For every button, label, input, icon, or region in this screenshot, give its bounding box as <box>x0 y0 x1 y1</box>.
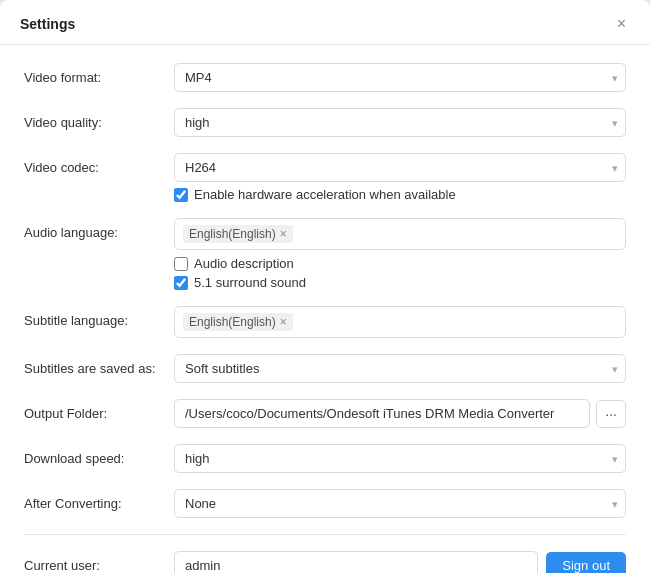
audio-description-label: Audio description <box>194 256 294 271</box>
download-speed-row: Download speed: high medium low ▾ <box>24 436 626 481</box>
output-folder-input[interactable] <box>174 399 590 428</box>
section-divider <box>24 534 626 535</box>
subtitle-language-tag: English(English) × <box>183 313 293 331</box>
hw-acceleration-checkbox[interactable] <box>174 188 188 202</box>
settings-dialog: Settings × Video format: MP4 MKV AVI MOV… <box>0 0 650 573</box>
audio-description-row: Audio description <box>174 256 626 271</box>
video-format-row: Video format: MP4 MKV AVI MOV ▾ <box>24 55 626 100</box>
hw-acceleration-row: Enable hardware acceleration when availa… <box>174 187 626 202</box>
video-quality-select-wrapper: high medium low ▾ <box>174 108 626 137</box>
dialog-title: Settings <box>20 16 75 32</box>
surround-sound-checkbox[interactable] <box>174 276 188 290</box>
sign-out-button[interactable]: Sign out <box>546 552 626 573</box>
after-converting-select[interactable]: None Open folder Shutdown <box>174 489 626 518</box>
subtitle-language-tag-remove[interactable]: × <box>280 316 287 328</box>
subtitles-saved-as-select-wrapper: Soft subtitles Hard subtitles External f… <box>174 354 626 383</box>
dialog-header: Settings × <box>0 0 650 45</box>
video-codec-select[interactable]: H264 H265 VP9 <box>174 153 626 182</box>
current-user-row: Current user: Sign out <box>24 543 626 573</box>
download-speed-control: high medium low ▾ <box>174 444 626 473</box>
subtitle-language-row: Subtitle language: English(English) × <box>24 298 626 346</box>
video-quality-label: Video quality: <box>24 108 174 130</box>
video-quality-control: high medium low ▾ <box>174 108 626 137</box>
download-speed-select-wrapper: high medium low ▾ <box>174 444 626 473</box>
surround-sound-row: 5.1 surround sound <box>174 275 626 290</box>
output-folder-label: Output Folder: <box>24 399 174 421</box>
video-codec-label: Video codec: <box>24 153 174 175</box>
hw-acceleration-label: Enable hardware acceleration when availa… <box>194 187 456 202</box>
user-input-row: Sign out <box>174 551 626 573</box>
output-folder-browse-button[interactable]: ··· <box>596 400 626 428</box>
subtitle-language-tag-input[interactable]: English(English) × <box>174 306 626 338</box>
audio-language-control: English(English) × Audio description 5.1… <box>174 218 626 290</box>
close-button[interactable]: × <box>613 14 630 34</box>
download-speed-label: Download speed: <box>24 444 174 466</box>
subtitle-language-control: English(English) × <box>174 306 626 338</box>
surround-sound-label: 5.1 surround sound <box>194 275 306 290</box>
dialog-body: Video format: MP4 MKV AVI MOV ▾ Video qu… <box>0 45 650 573</box>
after-converting-label: After Converting: <box>24 489 174 511</box>
current-user-control: Sign out <box>174 551 626 573</box>
video-format-control: MP4 MKV AVI MOV ▾ <box>174 63 626 92</box>
after-converting-select-wrapper: None Open folder Shutdown ▾ <box>174 489 626 518</box>
audio-language-tag-text: English(English) <box>189 227 276 241</box>
video-format-select[interactable]: MP4 MKV AVI MOV <box>174 63 626 92</box>
audio-description-checkbox[interactable] <box>174 257 188 271</box>
current-user-label: Current user: <box>24 551 174 573</box>
subtitles-saved-as-label: Subtitles are saved as: <box>24 354 174 376</box>
video-codec-control: H264 H265 VP9 ▾ Enable hardware accelera… <box>174 153 626 202</box>
subtitle-language-label: Subtitle language: <box>24 306 174 328</box>
download-speed-select[interactable]: high medium low <box>174 444 626 473</box>
audio-language-tag-remove[interactable]: × <box>280 228 287 240</box>
video-quality-row: Video quality: high medium low ▾ <box>24 100 626 145</box>
subtitles-saved-as-select[interactable]: Soft subtitles Hard subtitles External f… <box>174 354 626 383</box>
video-quality-select[interactable]: high medium low <box>174 108 626 137</box>
audio-language-tag: English(English) × <box>183 225 293 243</box>
after-converting-control: None Open folder Shutdown ▾ <box>174 489 626 518</box>
subtitles-saved-as-row: Subtitles are saved as: Soft subtitles H… <box>24 346 626 391</box>
audio-language-row: Audio language: English(English) × Audio… <box>24 210 626 298</box>
video-codec-row: Video codec: H264 H265 VP9 ▾ Enable hard… <box>24 145 626 210</box>
output-folder-control: ··· <box>174 399 626 428</box>
subtitle-language-tag-text: English(English) <box>189 315 276 329</box>
audio-language-label: Audio language: <box>24 218 174 240</box>
output-folder-input-row: ··· <box>174 399 626 428</box>
video-format-label: Video format: <box>24 63 174 85</box>
video-codec-select-wrapper: H264 H265 VP9 ▾ <box>174 153 626 182</box>
after-converting-row: After Converting: None Open folder Shutd… <box>24 481 626 526</box>
output-folder-row: Output Folder: ··· <box>24 391 626 436</box>
video-format-select-wrapper: MP4 MKV AVI MOV ▾ <box>174 63 626 92</box>
current-user-input[interactable] <box>174 551 538 573</box>
audio-language-tag-input[interactable]: English(English) × <box>174 218 626 250</box>
subtitles-saved-as-control: Soft subtitles Hard subtitles External f… <box>174 354 626 383</box>
